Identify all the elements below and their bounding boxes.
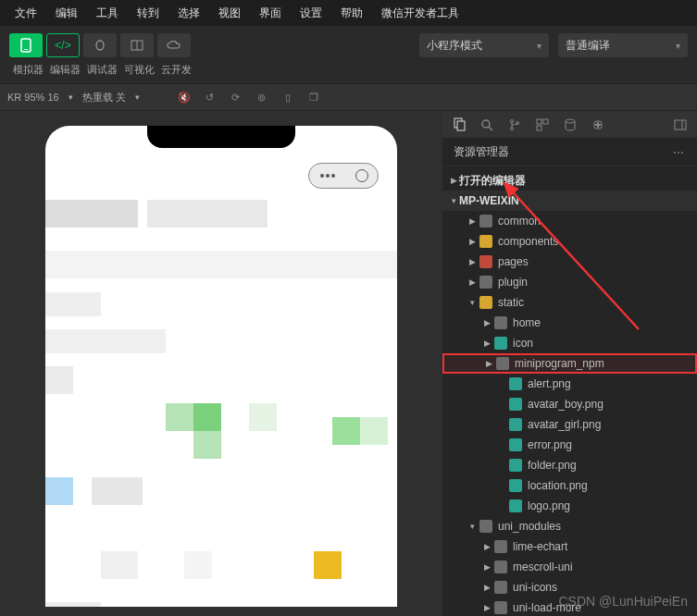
branch-icon[interactable] bbox=[507, 117, 522, 132]
menu-item[interactable]: 选择 bbox=[168, 6, 209, 21]
svg-line-8 bbox=[489, 127, 492, 130]
sub-toolbar: KR 95% 16 ▾ 热重载 关 ▾ 🔇 ↺ ⟳ ⊚ ▯ ❐ bbox=[0, 83, 697, 111]
tree-node[interactable]: location.png bbox=[442, 475, 697, 496]
tree-node[interactable]: ▶pages bbox=[442, 252, 697, 272]
tree-node-label: uni-icons bbox=[513, 581, 557, 594]
file-icon bbox=[509, 459, 522, 472]
tree-node[interactable]: alert.png bbox=[442, 374, 697, 394]
chevron-right-icon: ▶ bbox=[483, 359, 494, 368]
tree-node[interactable]: ▶plugin bbox=[442, 272, 697, 292]
toolbar-label: 模拟器 bbox=[9, 63, 46, 77]
capsule-menu[interactable] bbox=[308, 163, 379, 189]
folder-icon bbox=[479, 276, 492, 289]
file-icon bbox=[509, 377, 522, 390]
panel-tab-icons bbox=[442, 111, 697, 139]
tree-node[interactable]: logo.png bbox=[442, 496, 697, 516]
section-open-editors[interactable]: ▶ 打开的编辑器 bbox=[442, 170, 697, 191]
tree-node[interactable]: avatar_girl.png bbox=[442, 414, 697, 435]
tree-node[interactable]: ▾uni_modules bbox=[442, 516, 697, 536]
svg-point-2 bbox=[96, 41, 104, 50]
plugin-icon[interactable] bbox=[591, 117, 605, 132]
tree-node-label: location.png bbox=[528, 479, 588, 492]
toolbar-label: 云开发 bbox=[157, 63, 194, 77]
tree-node-label: alert.png bbox=[528, 377, 571, 390]
svg-point-7 bbox=[482, 120, 490, 128]
menu-item[interactable]: 设置 bbox=[291, 6, 331, 21]
visual-button[interactable] bbox=[120, 33, 154, 57]
menu-item[interactable]: 界面 bbox=[250, 6, 291, 21]
more-icon[interactable]: ⋯ bbox=[673, 146, 686, 159]
menu-item[interactable]: 视图 bbox=[209, 6, 250, 21]
refresh-icon[interactable]: ⟳ bbox=[229, 90, 243, 105]
tree-node-label: avatar_boy.png bbox=[528, 398, 604, 411]
extensions-icon[interactable] bbox=[535, 117, 550, 132]
debugger-button[interactable] bbox=[83, 33, 117, 57]
chevron-right-icon: ▶ bbox=[467, 237, 478, 246]
chevron-right-icon: ▶ bbox=[467, 216, 478, 226]
svg-rect-6 bbox=[457, 121, 465, 130]
zoom-level[interactable]: KR 95% 16 bbox=[7, 92, 59, 103]
tree-node[interactable]: ▶components bbox=[442, 231, 697, 252]
compile-dropdown[interactable]: 普通编译 ▾ bbox=[558, 33, 688, 57]
tree-node[interactable]: error.png bbox=[442, 435, 697, 455]
volume-icon[interactable]: 🔇 bbox=[177, 90, 192, 105]
tree-node[interactable]: ▾static bbox=[442, 292, 697, 313]
file-icon bbox=[509, 499, 522, 512]
tree-node-label: error.png bbox=[528, 438, 572, 451]
folder-icon bbox=[479, 235, 492, 248]
mode-dropdown[interactable]: 小程序模式 ▾ bbox=[419, 33, 549, 57]
collapse-panel-icon[interactable] bbox=[673, 117, 688, 132]
chevron-right-icon: ▶ bbox=[481, 583, 492, 592]
tree-node[interactable]: avatar_boy.png bbox=[442, 394, 697, 414]
tree-node[interactable]: ▶mescroll-uni bbox=[442, 557, 697, 577]
back-arrow-icon[interactable]: ↺ bbox=[203, 90, 218, 105]
tree-node-label: components bbox=[498, 235, 558, 248]
editor-button[interactable]: </> bbox=[46, 33, 80, 57]
device-icon[interactable]: ▯ bbox=[280, 90, 295, 105]
toolbar-label: 调试器 bbox=[83, 63, 120, 77]
cloud-button[interactable] bbox=[157, 33, 191, 57]
file-icon bbox=[494, 337, 507, 350]
chevron-down-icon: ▾ bbox=[676, 41, 680, 51]
menu-item[interactable]: 文件 bbox=[6, 6, 46, 21]
files-icon[interactable] bbox=[452, 117, 467, 132]
tree-node-label: logo.png bbox=[528, 499, 570, 512]
tree-node[interactable]: ▶icon bbox=[442, 333, 697, 353]
tree-node[interactable]: ▶miniprogram_npm bbox=[442, 353, 697, 374]
compile-dropdown-label: 普通编译 bbox=[566, 38, 610, 54]
tree-node[interactable]: folder.png bbox=[442, 455, 697, 475]
menu-item[interactable]: 工具 bbox=[87, 6, 128, 21]
svg-point-15 bbox=[566, 119, 575, 123]
tree-node[interactable]: ▶home bbox=[442, 313, 697, 333]
tree-node[interactable]: ▶common bbox=[442, 211, 697, 231]
database-icon[interactable] bbox=[563, 117, 578, 132]
explorer-panel: 资源管理器 ⋯ ▶ 打开的编辑器 ▾ MP-WEIXIN ▶common▶com… bbox=[442, 111, 697, 616]
section-project[interactable]: ▾ MP-WEIXIN bbox=[442, 191, 697, 211]
device-notch bbox=[147, 126, 295, 148]
simulator-button[interactable] bbox=[9, 33, 43, 57]
folder-icon bbox=[494, 561, 507, 573]
menu-item[interactable]: 转到 bbox=[128, 6, 168, 21]
menu-item[interactable]: 帮助 bbox=[331, 6, 372, 21]
folder-icon bbox=[479, 255, 492, 268]
tree-node-label: icon bbox=[513, 337, 533, 350]
folder-icon bbox=[479, 296, 492, 309]
tree-node-label: home bbox=[513, 316, 541, 329]
menu-item[interactable]: 微信开发者工具 bbox=[372, 6, 468, 21]
home-icon[interactable]: ⊚ bbox=[255, 90, 269, 105]
svg-rect-1 bbox=[24, 49, 28, 50]
tree-node-label: avatar_girl.png bbox=[528, 418, 601, 431]
tree-node[interactable]: ▶lime-echart bbox=[442, 536, 697, 557]
windows-icon[interactable]: ❐ bbox=[306, 90, 321, 105]
folder-icon bbox=[494, 540, 507, 553]
svg-rect-14 bbox=[537, 126, 541, 130]
menu-bar: 文件编辑工具转到选择视图界面设置帮助微信开发者工具 bbox=[0, 0, 697, 26]
menu-item[interactable]: 编辑 bbox=[46, 6, 87, 21]
hot-reload-toggle[interactable]: 热重载 关 bbox=[82, 91, 126, 105]
tree-node-label: common bbox=[498, 215, 541, 228]
file-icon bbox=[509, 438, 522, 451]
file-icon bbox=[509, 398, 522, 411]
chevron-right-icon: ▶ bbox=[481, 542, 492, 551]
simulator-pane bbox=[0, 111, 442, 616]
search-icon[interactable] bbox=[479, 117, 494, 132]
